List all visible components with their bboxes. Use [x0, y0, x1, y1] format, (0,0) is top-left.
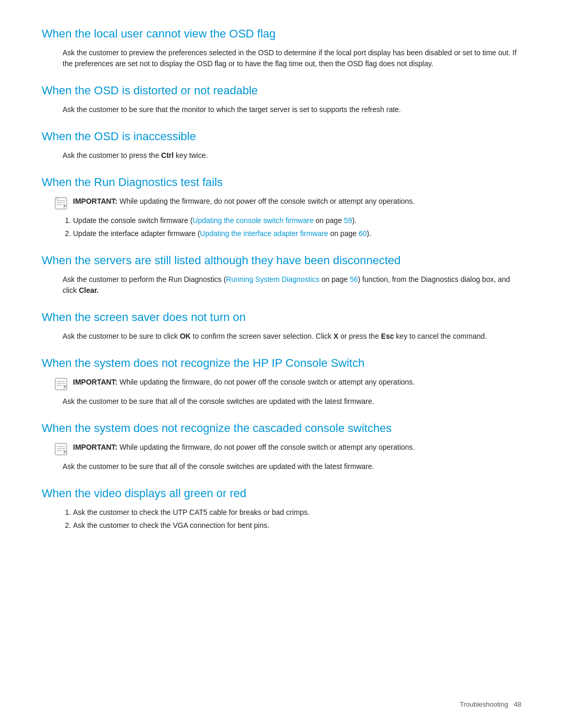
important-block-diagnostics: ✎ IMPORTANT: While updating the firmware…: [54, 196, 521, 211]
important-block-hp-ip: IMPORTANT: While updating the firmware, …: [54, 377, 521, 392]
text-osd-distorted: Ask the customer to be sure that the mon…: [63, 104, 521, 115]
heading-screen-saver: When the screen saver does not turn on: [42, 309, 521, 326]
important-block-cascaded: IMPORTANT: While updating the firmware, …: [54, 442, 521, 457]
important-text-diagnostics: IMPORTANT: While updating the firmware, …: [73, 196, 414, 207]
steps-list-video: Ask the customer to check the UTP CAT5 c…: [73, 507, 521, 531]
svg-rect-11: [55, 443, 67, 455]
heading-video-color: When the video displays all green or red: [42, 485, 521, 502]
svg-marker-10: [64, 385, 67, 389]
list-item: Update the interface adapter firmware (U…: [73, 228, 521, 239]
body-osd-flag: Ask the customer to preview the preferen…: [63, 47, 521, 69]
important-text-hp-ip: IMPORTANT: While updating the firmware, …: [73, 377, 414, 388]
section-osd-flag: When the local user cannot view the OSD …: [42, 25, 521, 69]
text-hp-ip: Ask the customer to be sure that all of …: [63, 396, 521, 407]
heading-hp-ip-console: When the system does not recognize the H…: [42, 354, 521, 372]
heading-osd-distorted: When the OSD is distorted or not readabl…: [42, 82, 521, 99]
section-osd-distorted: When the OSD is distorted or not readabl…: [42, 82, 521, 115]
link-adapter-firmware[interactable]: Updating the interface adapter firmware: [200, 229, 328, 238]
body-cascaded: Ask the customer to be sure that all of …: [63, 461, 521, 472]
important-text-cascaded: IMPORTANT: While updating the firmware, …: [73, 442, 414, 453]
body-osd-inaccessible: Ask the customer to press the Ctrl key t…: [63, 150, 521, 161]
important-icon-diagnostics: ✎: [54, 196, 69, 211]
steps-list-diagnostics: Update the console switch firmware (Upda…: [73, 215, 521, 239]
text-cascaded: Ask the customer to be sure that all of …: [63, 461, 521, 472]
important-icon-cascaded: [54, 442, 69, 457]
link-page-56[interactable]: 56: [350, 275, 358, 283]
svg-rect-6: [55, 378, 67, 390]
svg-marker-15: [64, 450, 67, 454]
list-item: Ask the customer to check the UTP CAT5 c…: [73, 507, 521, 518]
text-osd-inaccessible: Ask the customer to press the Ctrl key t…: [63, 150, 521, 161]
body-servers-listed: Ask the customer to perform the Run Diag…: [63, 274, 521, 296]
section-screen-saver: When the screen saver does not turn on A…: [42, 309, 521, 342]
important-icon-hp-ip: [54, 377, 69, 392]
list-item: Ask the customer to check the VGA connec…: [73, 520, 521, 531]
heading-servers-listed: When the servers are still listed althou…: [42, 252, 521, 269]
page-content: When the local user cannot view the OSD …: [42, 25, 521, 531]
link-running-diagnostics[interactable]: Running System Diagnostics: [226, 275, 320, 283]
heading-run-diagnostics: When the Run Diagnostics test fails: [42, 174, 521, 191]
svg-text:✎: ✎: [56, 197, 59, 201]
link-page-59[interactable]: 59: [344, 216, 352, 225]
section-servers-listed: When the servers are still listed althou…: [42, 252, 521, 296]
footer-page: 48: [514, 700, 521, 708]
footer-text: Troubleshooting: [460, 700, 508, 708]
heading-osd-flag: When the local user cannot view the OSD …: [42, 25, 521, 42]
body-osd-distorted: Ask the customer to be sure that the mon…: [63, 104, 521, 115]
section-video-color: When the video displays all green or red…: [42, 485, 521, 531]
text-osd-flag: Ask the customer to preview the preferen…: [63, 47, 521, 69]
heading-osd-inaccessible: When the OSD is inaccessible: [42, 128, 521, 145]
section-osd-inaccessible: When the OSD is inaccessible Ask the cus…: [42, 128, 521, 161]
section-cascaded: When the system does not recognize the c…: [42, 419, 521, 472]
body-screen-saver: Ask the customer to be sure to click OK …: [63, 331, 521, 342]
section-run-diagnostics: When the Run Diagnostics test fails ✎ IM…: [42, 174, 521, 239]
page-footer: Troubleshooting 48: [460, 699, 521, 710]
link-console-firmware[interactable]: Updating the console switch firmware: [193, 216, 314, 225]
list-item: Update the console switch firmware (Upda…: [73, 215, 521, 226]
text-screen-saver: Ask the customer to be sure to click OK …: [63, 331, 521, 342]
heading-cascaded: When the system does not recognize the c…: [42, 419, 521, 437]
svg-marker-4: [64, 204, 67, 208]
link-page-60[interactable]: 60: [359, 229, 367, 238]
text-servers-listed: Ask the customer to perform the Run Diag…: [63, 274, 521, 296]
body-hp-ip: Ask the customer to be sure that all of …: [63, 396, 521, 407]
section-hp-ip-console: When the system does not recognize the H…: [42, 354, 521, 407]
